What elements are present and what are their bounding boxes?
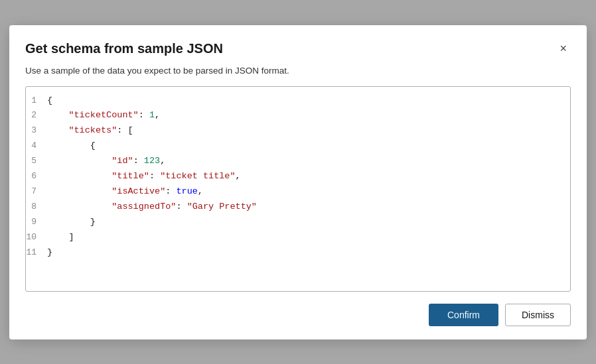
line-content: "ticketCount": 1, [47,108,160,123]
colon-token: : [176,202,186,212]
indent-token [47,232,68,242]
line-number: 6 [26,169,47,184]
line-number: 2 [26,108,47,123]
num-token: 1 [149,110,155,120]
line-content: "tickets": [ [47,123,133,139]
code-line: 11} [26,245,570,261]
indent-token [47,217,90,227]
code-line: 10 ] [26,230,570,245]
key-token: "tickets" [68,125,117,135]
close-button[interactable]: × [556,41,571,56]
dialog-title: Get schema from sample JSON [25,41,223,56]
modal-overlay: Get schema from sample JSON × Use a samp… [0,0,596,364]
colon-token: : [165,186,176,196]
line-number: 4 [26,139,47,153]
brace-token: { [90,141,96,151]
line-content: "isActive": true, [47,184,203,200]
line-content: { [47,93,52,109]
line-number: 8 [26,200,47,214]
comma-token: , [198,186,203,196]
line-content: "assignedTo": "Gary Pretty" [47,200,257,215]
comma-token: , [236,171,241,181]
dialog-subtitle: Use a sample of the data you expect to b… [25,66,571,76]
code-line: 7 "isActive": true, [26,184,570,200]
indent-token [47,125,68,135]
line-number: 11 [26,245,47,260]
confirm-button[interactable]: Confirm [429,304,498,326]
indent-token [47,141,90,151]
key-token: "assignedTo" [112,202,176,212]
code-line: 5 "id": 123, [26,154,570,169]
code-line: 9 } [26,215,570,230]
code-line: 8 "assignedTo": "Gary Pretty" [26,200,570,215]
dialog-header: Get schema from sample JSON × [25,41,571,56]
code-line: 2 "ticketCount": 1, [26,108,570,123]
key-token: "isActive" [112,186,165,196]
bracket-token: [ [128,125,133,135]
code-line: 3 "tickets": [ [26,123,570,139]
line-content: "title": "ticket title", [47,169,241,184]
comma-token: , [155,110,160,120]
key-token: "title" [112,171,149,181]
comma-token: , [160,156,165,166]
code-line: 1{ [26,93,570,109]
brace-token: } [47,247,52,257]
line-number: 1 [26,93,47,108]
line-number: 3 [26,123,47,138]
bracket-token: ] [68,232,74,242]
colon-token: : [133,156,144,166]
key-token: "ticketCount" [68,110,138,120]
code-editor[interactable]: 1{2 "ticketCount": 1,3 "tickets": [4 {5 … [25,86,571,292]
line-content: "id": 123, [47,154,165,169]
str-token: "ticket title" [160,171,235,181]
line-content: } [47,215,96,230]
line-content: ] [47,230,74,245]
line-number: 5 [26,154,47,168]
colon-token: : [139,110,149,120]
brace-token: } [90,217,96,227]
line-number: 10 [26,230,47,245]
line-number: 7 [26,184,47,199]
dismiss-button[interactable]: Dismiss [505,304,571,326]
line-content: } [47,245,52,261]
dialog: Get schema from sample JSON × Use a samp… [9,25,587,339]
str-token: "Gary Pretty" [187,202,257,212]
dialog-footer: Confirm Dismiss [25,304,571,326]
indent-token [47,156,112,166]
bool-token: true [176,186,197,196]
code-line: 6 "title": "ticket title", [26,169,570,184]
brace-token: { [47,95,52,105]
code-line: 4 { [26,139,570,154]
line-content: { [47,139,96,154]
num-token: 123 [144,156,160,166]
colon-token: : [117,125,127,135]
colon-token: : [149,171,160,181]
key-token: "id" [112,156,133,166]
line-number: 9 [26,215,47,229]
indent-token [47,110,68,120]
indent-token [47,202,112,212]
indent-token [47,186,112,196]
indent-token [47,171,112,181]
